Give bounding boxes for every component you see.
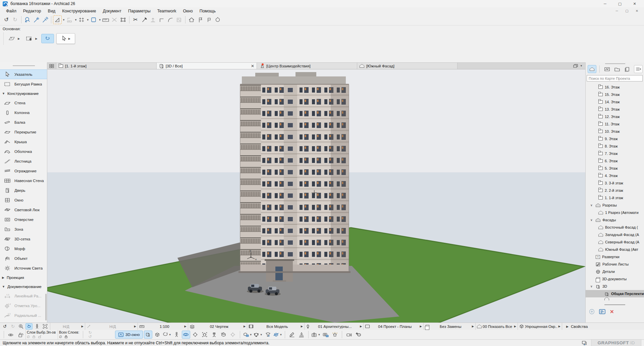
menu-window[interactable]: Окно — [180, 8, 196, 14]
toolbox-item-roof[interactable]: Крыша — [0, 137, 47, 147]
tracker-button[interactable] — [65, 15, 74, 24]
adjust-button[interactable] — [149, 15, 157, 24]
sun-study-button[interactable] — [331, 331, 339, 339]
menu-options[interactable]: Параметры — [125, 8, 154, 14]
environment-combo[interactable]: Упрощенная Окр...▶ — [518, 323, 562, 330]
add-viewpoint-button[interactable] — [589, 309, 595, 314]
toolbox-item-level-dimension[interactable]: 1.2Отметка Уро... — [0, 301, 47, 310]
close-tab-icon[interactable]: ✕ — [251, 64, 254, 68]
toolbox-item-radial-dimension[interactable]: 1.2Радиальный ... — [0, 310, 47, 320]
marquee-method-button[interactable]: ▶ — [24, 34, 39, 43]
tree-item-story-2[interactable]: 2. 2-й этаж — [586, 187, 644, 194]
graphic-override-combo[interactable]: Без Замены▶ — [423, 323, 475, 330]
capture-button[interactable] — [213, 15, 222, 24]
tree-item-south-elevation[interactable]: Южный Фасад (Авт — [586, 246, 644, 253]
scale-combo[interactable]: 1:100▶ — [138, 323, 188, 330]
toolbox-item-beam[interactable]: Балка — [0, 117, 47, 127]
project-map-search-input[interactable] — [587, 75, 643, 81]
tree-group-3d-documents[interactable]: 3D-документы — [586, 275, 644, 283]
toolbox-item-slab[interactable]: Перекрытие — [0, 127, 47, 137]
tab-action-center[interactable]: [Центр Взаимодействия] — [257, 63, 357, 69]
transform-3d-button[interactable]: ▼ — [253, 331, 263, 339]
intersect-button[interactable] — [157, 15, 166, 24]
toolbox-item-opening[interactable]: Отверстие — [0, 215, 47, 224]
menu-view[interactable]: Вид — [45, 8, 59, 14]
inject-parameters-button[interactable] — [41, 15, 49, 24]
tree-group-sections[interactable]: ∨Разрезы — [586, 201, 644, 209]
snapshot-settings-button[interactable] — [321, 331, 330, 339]
toolbox-item-linear-dimension[interactable]: 1.2Линейный Ра... — [0, 291, 47, 301]
orbit-mode-button[interactable] — [182, 331, 190, 339]
tab-3d-all[interactable]: [3D / Все] ✕ — [157, 63, 257, 69]
menu-file[interactable]: Файл — [3, 8, 20, 14]
filter-elements-button[interactable]: ▼ — [243, 331, 252, 339]
trim-button[interactable]: ✂ — [131, 15, 140, 24]
tab-south-elevation[interactable]: [Южный Фасад] — [357, 63, 458, 69]
splitter-handle[interactable] — [604, 304, 625, 305]
show-hide-cycle-button[interactable] — [7, 331, 15, 339]
tree-item-story-7[interactable]: 7. Этаж — [586, 150, 644, 157]
toolbox-item-wall[interactable]: Стена — [0, 98, 47, 108]
tree-item-story-12[interactable]: 12. Этаж — [586, 113, 644, 120]
tree-item-generic-perspective[interactable]: Общая Перспекти — [586, 290, 644, 297]
tree-item-story-5[interactable]: 5. Этаж — [586, 165, 644, 172]
toolbox-item-door[interactable]: Дверь — [0, 185, 47, 195]
cutting-planes-button[interactable]: ▼ — [273, 331, 282, 339]
bookmark-button[interactable] — [205, 15, 213, 24]
menu-teamwork[interactable]: Teamwork — [154, 8, 180, 14]
fillet-button[interactable] — [166, 15, 175, 24]
layer-combo[interactable]: 02 Чертеж▶ — [188, 323, 247, 330]
zoom-in-button[interactable] — [17, 323, 24, 330]
resize-button[interactable] — [175, 15, 183, 24]
render-button[interactable] — [354, 331, 363, 339]
tree-group-interior-elevations[interactable]: ПРазвертки — [586, 253, 644, 261]
sync-icon[interactable] — [582, 340, 588, 345]
walk-mode-button[interactable] — [172, 331, 181, 339]
toolbox-item-object[interactable]: Объект — [0, 253, 47, 263]
tree-item-clipped[interactable] — [586, 297, 644, 300]
fit-in-window-button[interactable] — [42, 323, 49, 330]
toolbox-scrollbar[interactable] — [45, 294, 47, 321]
close-button[interactable]: ✕ — [627, 0, 642, 7]
tree-item-story-15[interactable]: 15. Этаж — [586, 91, 644, 98]
view-map-button[interactable] — [603, 65, 611, 73]
tree-item-story-10[interactable]: 10. Этаж — [586, 128, 644, 135]
tree-item-story-4[interactable]: 4. Этаж — [586, 172, 644, 179]
toolbox-item-curtain-wall[interactable]: Навесная Стена — [0, 176, 47, 185]
toolbox-item-mesh[interactable]: 3D-сетка — [0, 234, 47, 244]
chevron-expanded-icon[interactable]: ∨ — [590, 204, 594, 207]
structure-display-combo[interactable]: Вся Модель▶ — [247, 323, 304, 330]
selection-geometry-button[interactable]: ▶ — [6, 34, 21, 43]
doc-minimize-button[interactable]: ─ — [612, 8, 622, 14]
look-to-button[interactable] — [191, 331, 200, 339]
tree-item-east-elevation[interactable]: Восточный Фасад ( — [586, 224, 644, 231]
paint-all-button[interactable] — [297, 331, 306, 339]
toolbox-item-railing[interactable]: Ограждение — [0, 166, 47, 176]
chevron-down-icon[interactable]: ▼ — [87, 18, 89, 21]
snap-guides-button[interactable] — [89, 15, 98, 24]
chevron-down-icon[interactable]: ▼ — [62, 18, 65, 21]
explore-button[interactable] — [34, 323, 41, 330]
palette-grip[interactable] — [605, 63, 625, 64]
tree-item-west-elevation[interactable]: Западный Фасад (А — [586, 231, 644, 238]
unlock-all-layers-icon[interactable] — [64, 335, 68, 338]
orbit-button[interactable] — [25, 323, 33, 330]
tree-item-story-9[interactable]: 9. Этаж — [586, 135, 644, 142]
menu-edit[interactable]: Редактор — [20, 8, 45, 14]
menu-document[interactable]: Документ — [100, 8, 125, 14]
hide-layer-icon[interactable]: ∅ — [27, 335, 30, 339]
measure-button[interactable] — [101, 15, 110, 24]
toolbox-item-column[interactable]: Колонна — [0, 108, 47, 117]
toolbox-item-arrow[interactable]: Указатель — [0, 69, 47, 79]
chevron-down-icon[interactable]: ▼ — [74, 18, 77, 21]
tree-item-story-11[interactable]: 11. Этаж — [586, 120, 644, 128]
toolbox-item-skylight[interactable]: Световой Люк — [0, 205, 47, 215]
lock-cycle-button[interactable] — [16, 331, 24, 339]
tree-group-details[interactable]: Детали — [586, 268, 644, 275]
tree-item-story-1[interactable]: 1. 1-й этаж — [586, 194, 644, 201]
zoom-to-home-button[interactable] — [201, 331, 209, 339]
toolbox-item-marquee[interactable]: Бегущая Рамка — [0, 79, 47, 89]
properties-panel-header[interactable]: ▶ Свойства — [562, 323, 644, 330]
doc-close-button[interactable]: ✕ — [632, 8, 642, 14]
pick-up-parameters-button[interactable] — [32, 15, 41, 24]
